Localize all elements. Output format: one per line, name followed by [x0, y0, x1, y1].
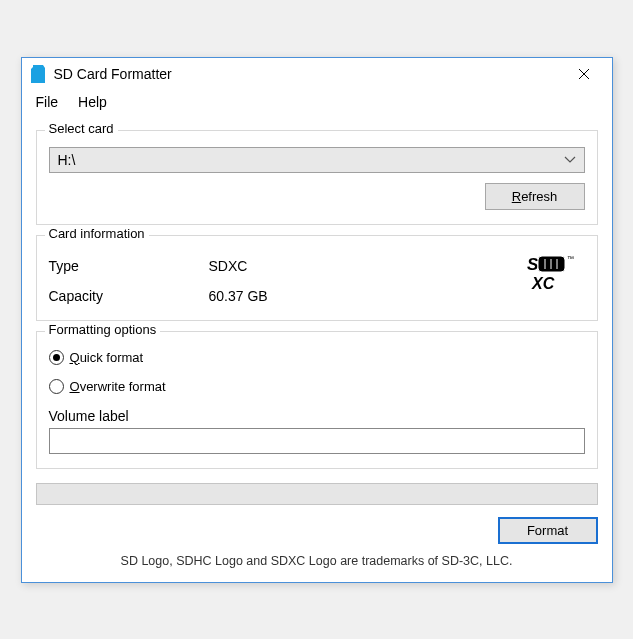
card-info-group: Card information Type SDXC Capacity 60.3… — [36, 235, 598, 321]
app-window: SD Card Formatter File Help Select card … — [21, 57, 613, 583]
card-dropdown-value: H:\ — [58, 152, 564, 168]
svg-text:S: S — [527, 255, 539, 274]
close-button[interactable] — [564, 60, 604, 88]
svg-text:XC: XC — [531, 275, 555, 292]
close-icon — [578, 68, 590, 80]
formatting-legend: Formatting options — [45, 322, 161, 337]
quick-format-radio[interactable]: Quick format — [49, 350, 585, 365]
app-icon — [30, 64, 46, 84]
select-card-group: Select card H:\ Refresh — [36, 130, 598, 225]
volume-label-caption: Volume label — [49, 408, 585, 424]
progress-bar — [36, 483, 598, 505]
type-value: SDXC — [209, 258, 248, 274]
chevron-down-icon — [564, 154, 576, 166]
capacity-label: Capacity — [49, 288, 209, 304]
window-title: SD Card Formatter — [54, 66, 564, 82]
menu-help[interactable]: Help — [70, 92, 115, 112]
type-label: Type — [49, 258, 209, 274]
capacity-value: 60.37 GB — [209, 288, 268, 304]
refresh-button[interactable]: Refresh — [485, 183, 585, 210]
content-area: Select card H:\ Refresh Card information… — [22, 116, 612, 582]
overwrite-format-radio[interactable]: Overwrite format — [49, 379, 585, 394]
format-button[interactable]: Format — [498, 517, 598, 544]
footer-text: SD Logo, SDHC Logo and SDXC Logo are tra… — [36, 554, 598, 574]
svg-text:™: ™ — [567, 255, 574, 262]
menubar: File Help — [22, 90, 612, 116]
card-dropdown[interactable]: H:\ — [49, 147, 585, 173]
radio-icon-checked — [49, 350, 64, 365]
quick-format-label: Quick format — [70, 350, 144, 365]
card-info-legend: Card information — [45, 226, 149, 241]
formatting-options-group: Formatting options Quick format Overwrit… — [36, 331, 598, 469]
sdxc-logo-icon: S ™ XC — [527, 254, 581, 295]
select-card-legend: Select card — [45, 121, 118, 136]
radio-icon-unchecked — [49, 379, 64, 394]
overwrite-format-label: Overwrite format — [70, 379, 166, 394]
titlebar: SD Card Formatter — [22, 58, 612, 90]
volume-label-input[interactable] — [49, 428, 585, 454]
menu-file[interactable]: File — [28, 92, 67, 112]
